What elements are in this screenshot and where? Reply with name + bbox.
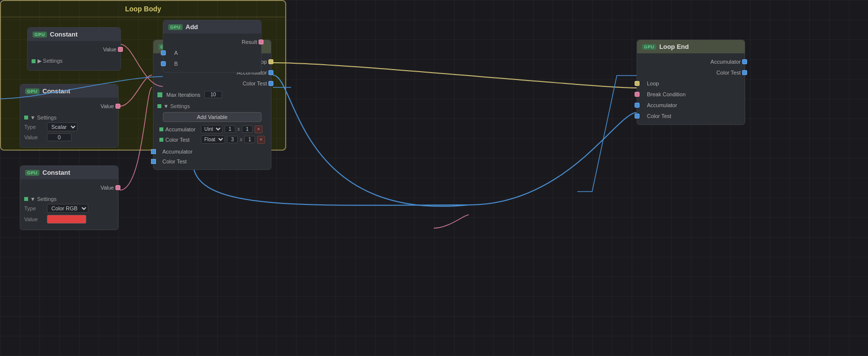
le-acc-in-port: Accumulator: [637, 100, 745, 111]
lb-acc-input-port: Accumulator: [153, 147, 271, 157]
inner-const-settings-toggle[interactable]: ▶ Settings: [32, 57, 116, 65]
loop-begin-settings: ▼ Settings Add Variable Accumulator Uint…: [153, 100, 271, 147]
max-iter-green-dot: [157, 92, 162, 97]
acc-green-sq: [159, 127, 163, 131]
inner-add-b-dot[interactable]: [161, 61, 166, 66]
inner-add-a-label: A: [174, 50, 178, 56]
loop-begin-ct-dot[interactable]: [268, 81, 273, 86]
le-ct-out-dot[interactable]: [742, 70, 747, 75]
ct-type-select[interactable]: Float: [201, 135, 225, 144]
acc-var-name: Accumulator: [165, 126, 199, 132]
le-acc-in-label: Accumulator: [647, 102, 677, 108]
constant1-value-dot[interactable]: [115, 104, 120, 109]
ct-var-name: Color Test: [165, 137, 199, 143]
constant2-settings: ▼ Settings Type Color RGB Value: [20, 193, 118, 227]
color-swatch[interactable]: [47, 215, 86, 224]
le-ct-in-label: Color Test: [647, 113, 671, 119]
lb-acc-input-label: Accumulator: [162, 149, 192, 155]
inner-add-b-label: B: [174, 61, 178, 67]
lb-acc-input-dot[interactable]: [151, 149, 156, 154]
inner-add-a-dot[interactable]: [161, 50, 166, 55]
ct-x-input[interactable]: [227, 136, 238, 143]
loop-end-title: Loop End: [659, 43, 689, 50]
inner-constant-node: GPU Constant Value ▶ Settings: [27, 27, 121, 71]
inner-add-a-port: A: [163, 47, 261, 58]
inner-add-body: Result A B: [163, 34, 261, 72]
gpu-badge-ia: GPU: [168, 24, 183, 30]
acc-y-input[interactable]: [242, 125, 253, 133]
acc-remove-btn[interactable]: ×: [255, 125, 263, 133]
inner-constant-header: GPU Constant: [28, 28, 120, 41]
max-iter-row: Max Iterations: [153, 89, 271, 100]
inner-add-result-dot[interactable]: [259, 40, 264, 44]
le-loop-in-port: Loop: [637, 78, 745, 89]
loop-begin-settings-toggle[interactable]: ▼ Settings: [157, 102, 267, 110]
constant1-type-label: Type: [24, 124, 44, 130]
constant2-value-row: Value: [24, 214, 114, 225]
le-break-in-port: Break Condition: [637, 89, 745, 100]
constant2-type-select[interactable]: Color RGB: [47, 204, 88, 213]
loop-begin-loop-dot[interactable]: [268, 59, 273, 64]
constant2-type-label: Type: [24, 205, 44, 211]
le-ct-in-port: Color Test: [637, 111, 745, 121]
loop-end-header: GPU Loop End: [637, 40, 745, 53]
constant2-value-port: Value: [20, 182, 118, 193]
constant-node-1: GPU Constant Value ▼ Settings Type Scala…: [20, 84, 118, 148]
constant1-value-input[interactable]: [47, 133, 72, 141]
constant2-value-dot[interactable]: [115, 185, 120, 190]
constant2-header: GPU Constant: [20, 166, 118, 179]
inner-const-value-dot[interactable]: [118, 47, 123, 52]
inner-constant-body: Value ▶ Settings: [28, 41, 120, 70]
loop-begin-ct-port: Color Test: [153, 78, 271, 89]
loop-end-body: Accumulator Color Test Loop Break Condit…: [637, 53, 745, 124]
constant2-settings-toggle[interactable]: ▼ Settings: [24, 195, 114, 203]
lb-ct-input-port: Color Test: [153, 157, 271, 166]
le-break-in-dot[interactable]: [635, 92, 640, 97]
max-iter-label: Max Iterations: [166, 92, 200, 98]
max-iter-input[interactable]: [204, 91, 222, 98]
constant-node-2: GPU Constant Value ▼ Settings Type Color…: [20, 165, 118, 230]
loop-begin-ct-label: Color Test: [243, 80, 267, 86]
gpu-badge-le: GPU: [642, 44, 656, 50]
constant1-title: Constant: [42, 87, 70, 95]
accumulator-var-row: Accumulator Uint x ×: [157, 124, 267, 134]
constant1-settings: ▼ Settings Type Scalar Value: [20, 112, 118, 144]
gpu-badge-1: GPU: [25, 88, 39, 94]
inner-add-title: Add: [186, 23, 198, 31]
le-acc-out-dot[interactable]: [742, 59, 747, 64]
inner-add-node: GPU Add Result A B: [163, 20, 262, 73]
acc-type-select[interactable]: Uint: [201, 125, 223, 133]
le-break-in-label: Break Condition: [647, 91, 685, 97]
le-loop-in-dot[interactable]: [635, 81, 640, 86]
constant1-value-label: Value: [101, 103, 114, 109]
inner-const-value-port: Value: [28, 44, 120, 55]
gpu-badge-2: GPU: [25, 170, 39, 176]
add-variable-button[interactable]: Add Variable: [163, 112, 262, 122]
constant1-value-row: Value: [24, 132, 114, 142]
le-acc-out-label: Accumulator: [711, 59, 741, 65]
constant1-type-select[interactable]: Scalar: [47, 122, 77, 131]
green-indicator-1: [24, 116, 28, 119]
le-ct-out-label: Color Test: [717, 70, 741, 76]
inner-add-header: GPU Add: [163, 20, 261, 34]
le-ct-in-dot[interactable]: [635, 114, 640, 119]
inner-add-result-label: Result: [242, 39, 257, 45]
constant2-body: Value ▼ Settings Type Color RGB Value: [20, 179, 118, 230]
inner-const-value-label: Value: [103, 46, 116, 52]
loop-begin-acc-dot[interactable]: [268, 70, 273, 75]
ct-y-input[interactable]: [244, 136, 255, 143]
constant2-type-row: Type Color RGB: [24, 203, 114, 214]
le-acc-in-dot[interactable]: [635, 103, 640, 108]
constant1-settings-toggle[interactable]: ▼ Settings: [24, 114, 114, 121]
constant1-val-label: Value: [24, 134, 44, 140]
ct-remove-btn[interactable]: ×: [257, 136, 265, 144]
lb-ct-input-dot[interactable]: [151, 159, 156, 164]
constant1-body: Value ▼ Settings Type Scalar Value: [20, 98, 118, 147]
green-indicator-2: [24, 197, 28, 201]
inner-constant-title: Constant: [50, 31, 77, 38]
acc-x-input[interactable]: [225, 125, 235, 133]
green-indicator-lb: [157, 104, 161, 108]
constant1-type-row: Type Scalar: [24, 121, 114, 132]
loop-end-node: GPU Loop End Accumulator Color Test Loop…: [637, 40, 745, 125]
constant1-header: GPU Constant: [20, 84, 118, 98]
